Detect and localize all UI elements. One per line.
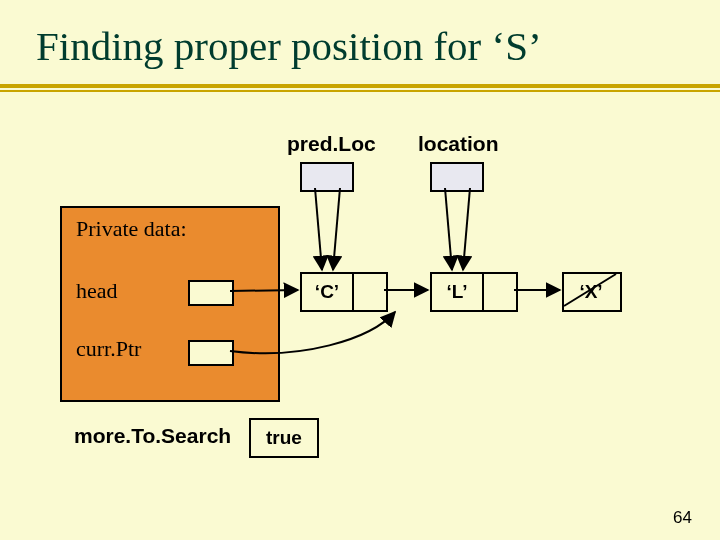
title-rule-thin	[0, 90, 720, 92]
private-data-heading: Private data:	[76, 216, 187, 242]
predloc-label: pred.Loc	[287, 132, 376, 156]
node-l: ‘L’	[430, 272, 518, 312]
node-c-next	[354, 274, 386, 310]
node-l-value: ‘L’	[432, 274, 484, 310]
svg-line-1	[315, 188, 322, 270]
currptr-label: curr.Ptr	[76, 336, 141, 362]
moretosearch-value: true	[249, 418, 319, 458]
location-pointer-box	[430, 162, 484, 192]
node-x: ‘X’	[562, 272, 622, 312]
title-rule	[0, 84, 720, 88]
predloc-pointer-box	[300, 162, 354, 192]
svg-line-3	[445, 188, 452, 270]
currptr-var-box	[188, 340, 234, 366]
node-c-value: ‘C’	[302, 274, 354, 310]
node-x-value: ‘X’	[564, 274, 618, 310]
node-l-next	[484, 274, 516, 310]
page-number: 64	[673, 508, 692, 528]
head-var-box	[188, 280, 234, 306]
moretosearch-label: more.To.Search	[74, 424, 231, 448]
location-label: location	[418, 132, 499, 156]
slide-title: Finding proper position for ‘S’	[36, 22, 542, 70]
node-c: ‘C’	[300, 272, 388, 312]
head-label: head	[76, 278, 118, 304]
svg-line-4	[463, 188, 470, 270]
svg-line-2	[333, 188, 340, 270]
